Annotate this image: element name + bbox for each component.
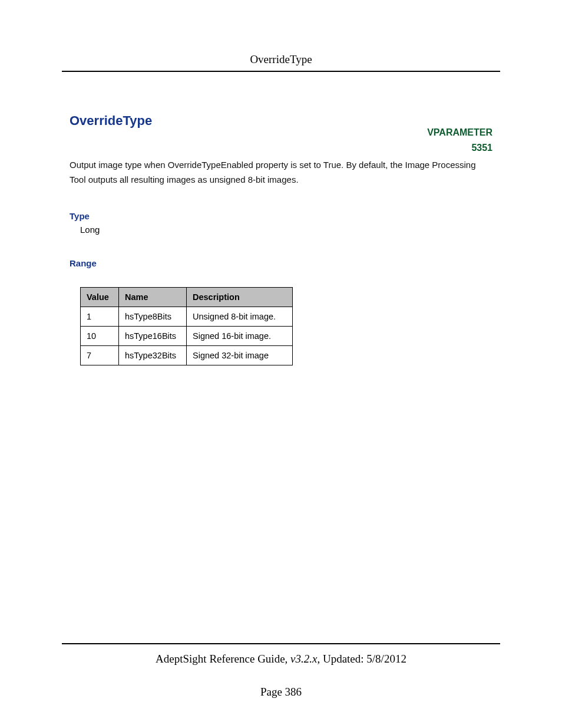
vparameter-block: VPARAMETER 5351 — [427, 125, 492, 155]
footer-updated-prefix: , Updated: — [317, 653, 366, 665]
table-row: 10 hsType16Bits Signed 16-bit image. — [81, 326, 293, 345]
footer-page: Page 386 — [62, 686, 500, 699]
table-row: 1 hsType8Bits Unsigned 8-bit image. — [81, 307, 293, 326]
footer-product: AdeptSight Reference Guide — [156, 653, 285, 665]
range-section-label: Range — [70, 258, 492, 268]
table-row: 7 hsType32Bits Signed 32-bit image — [81, 345, 293, 365]
topic-description: Output image type when OverrideTypeEnabl… — [70, 158, 492, 187]
range-cell-name: hsType8Bits — [119, 307, 187, 326]
range-cell-desc: Unsigned 8-bit image. — [187, 307, 293, 326]
range-cell-name: hsType16Bits — [119, 326, 187, 345]
footer-rule — [62, 643, 500, 644]
page-content: OverrideType VPARAMETER 5351 Output imag… — [70, 72, 492, 365]
range-table-header-row: Value Name Description — [81, 287, 293, 307]
footer-line: AdeptSight Reference Guide, v3.2.x, Upda… — [62, 653, 500, 666]
type-value: Long — [80, 225, 492, 235]
range-cell-desc: Signed 16-bit image. — [187, 326, 293, 345]
topic-heading-row: OverrideType VPARAMETER 5351 — [70, 113, 492, 129]
range-col-desc-header: Description — [187, 287, 293, 307]
vparameter-label: VPARAMETER — [427, 125, 492, 140]
range-cell-value: 1 — [81, 307, 119, 326]
range-cell-name: hsType32Bits — [119, 345, 187, 365]
range-cell-desc: Signed 32-bit image — [187, 345, 293, 365]
vparameter-id: 5351 — [427, 140, 492, 156]
range-table: Value Name Description 1 hsType8Bits Uns… — [80, 287, 293, 365]
range-cell-value: 10 — [81, 326, 119, 345]
type-section-label: Type — [70, 211, 492, 221]
running-header: OverrideType — [62, 0, 500, 72]
range-col-value-header: Value — [81, 287, 119, 307]
range-col-name-header: Name — [119, 287, 187, 307]
footer-page-label: Page — [260, 686, 285, 698]
footer-updated-date: 5/8/2012 — [366, 653, 406, 665]
range-cell-value: 7 — [81, 345, 119, 365]
footer-page-number: 386 — [285, 686, 302, 698]
footer-version: , v3.2.x — [285, 653, 318, 665]
running-title: OverrideType — [250, 53, 312, 65]
page-footer: AdeptSight Reference Guide, v3.2.x, Upda… — [62, 643, 500, 699]
